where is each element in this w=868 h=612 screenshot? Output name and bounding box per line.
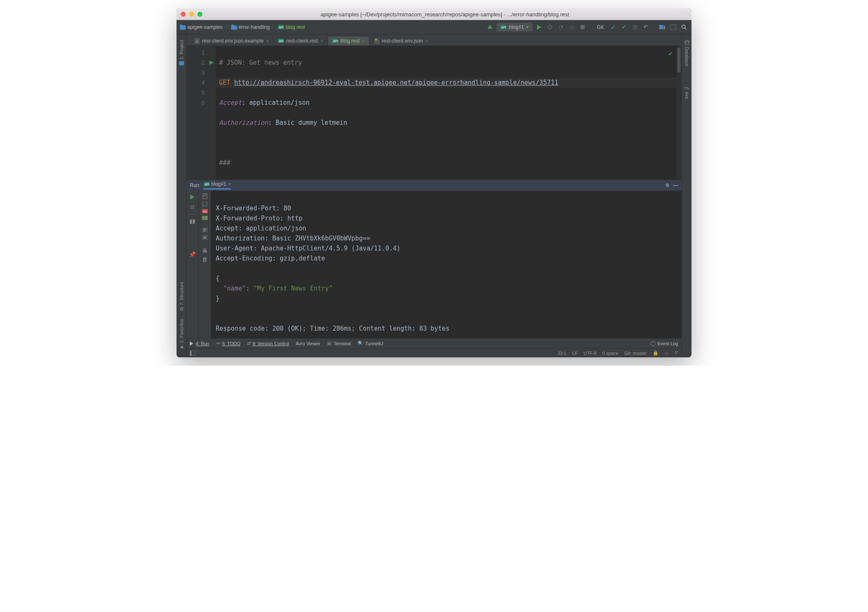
search-icon[interactable] [680, 23, 688, 31]
run-config-selector[interactable]: API blog#1 ▾ [497, 23, 532, 31]
git-history-icon[interactable]: ◷ [631, 23, 639, 31]
editor-tab-label: blog.rest [341, 38, 360, 44]
tool-ant-tab[interactable]: 🐜 Ant [683, 81, 690, 103]
run-button[interactable] [535, 23, 543, 31]
git-update-icon[interactable]: ↙ [609, 23, 617, 31]
svg-point-16 [682, 25, 685, 28]
tool-avro-tab[interactable]: Avro Viewer [295, 341, 320, 346]
svg-rect-1 [180, 25, 182, 26]
tool-database-tab[interactable]: Database [684, 36, 690, 71]
tool-window-toggle-icon[interactable] [190, 351, 196, 356]
soft-wrap-button[interactable] [202, 228, 208, 233]
editor-tab[interactable]: {} rest-client.env.json.example × [190, 36, 273, 46]
tool-favorites-tab[interactable]: ★ 2: Favorites [178, 315, 185, 354]
api-file-icon: API [278, 25, 284, 29]
svg-text:API: API [279, 26, 284, 29]
api-file-icon: API [500, 25, 506, 29]
scroll-to-end-button[interactable] [202, 193, 208, 199]
stop-dim-button[interactable] [189, 203, 196, 211]
api-file-icon: API [204, 182, 209, 186]
header-value: : application/json [242, 99, 310, 106]
output-line: X-Forwarded-Port: 80 [216, 205, 291, 212]
file-encoding[interactable]: UTF-8 [583, 351, 596, 356]
folder-icon [180, 25, 186, 30]
run-output[interactable]: X-Forwarded-Port: 80 X-Forwarded-Proto: … [211, 191, 681, 338]
breadcrumb-root[interactable]: apigee-samples [187, 24, 223, 30]
window-controls [181, 12, 202, 17]
git-revert-icon[interactable]: ↶ [641, 23, 650, 31]
editor-tab[interactable]: API rest-client.rest × [273, 36, 328, 46]
folder-icon [231, 25, 237, 30]
line-gutter: 1 2 3 4 5 6 [187, 46, 207, 180]
git-commit-icon[interactable]: ✔ [620, 23, 628, 31]
lock-icon[interactable]: 🔒 [653, 350, 659, 356]
print-button[interactable]: 🖶 [202, 248, 207, 254]
clear-button[interactable]: 🗑 [202, 256, 207, 263]
minimize-window-button[interactable] [189, 12, 194, 17]
git-branch[interactable]: Git: master [624, 351, 647, 356]
request-separator: ### [219, 159, 230, 167]
ide-errors-icon[interactable]: ⁉ [675, 350, 678, 356]
breadcrumb: apigee-samples 〉 error-handling 〉 API bl… [180, 23, 305, 30]
cursor-position[interactable]: 23:1 [558, 351, 566, 356]
output-line: User-Agent: Apache-HttpClient/4.5.9 (Jav… [216, 245, 401, 252]
event-log-label: Event Log [657, 341, 678, 346]
tool-todo-tab[interactable]: ≔ 6: TODO [216, 341, 240, 346]
debug-button[interactable] [546, 23, 554, 31]
inspector-icon[interactable]: ☺ [664, 351, 669, 356]
close-tab-icon[interactable]: × [426, 38, 428, 43]
breadcrumb-folder[interactable]: error-handling [239, 24, 270, 30]
scrollbar-thumb[interactable] [677, 48, 681, 73]
editor-tab-active[interactable]: API blog.rest × [328, 36, 369, 46]
editor-scrollbar[interactable] [676, 46, 681, 180]
run-config-label: blog#1 [509, 24, 524, 30]
editor-tab[interactable]: rest-client.env.json × [370, 36, 433, 46]
svg-point-46 [685, 40, 689, 42]
export-button[interactable] [202, 216, 208, 220]
stop-button[interactable] [578, 23, 587, 31]
compare-button[interactable]: <> [202, 209, 208, 213]
breadcrumb-file[interactable]: blog.rest [285, 24, 305, 30]
zoom-window-button[interactable] [197, 12, 202, 17]
svg-point-36 [205, 204, 207, 207]
rerun-button[interactable] [189, 193, 196, 201]
run-title-label: Run: [190, 182, 200, 188]
profile-button[interactable]: ◷ [568, 23, 576, 31]
svg-text:API: API [333, 40, 338, 43]
coverage-button[interactable]: ◔ [557, 23, 565, 31]
editor-tab-label: rest-client.rest [286, 38, 318, 44]
close-tab-icon[interactable]: × [320, 38, 323, 43]
tool-vcs-tab[interactable]: ⇄ 9: Version Control [247, 341, 289, 346]
close-tab-icon[interactable]: × [362, 38, 365, 43]
tool-vcs-label: 9: Version Control [252, 341, 289, 346]
tool-project-tab[interactable]: 1: Project [178, 36, 185, 70]
tool-tunnel-tab[interactable]: 🔍 TunnelliJ [358, 341, 384, 346]
line-number: 1 [187, 48, 205, 58]
editor-area[interactable]: 1 2 3 4 5 6 # JSON: Get news entry GET h… [187, 46, 681, 180]
tool-run-tab[interactable]: 4: Run [190, 341, 209, 346]
layout-button[interactable] [189, 218, 196, 225]
indent-info[interactable]: 0 space [602, 351, 618, 356]
line-separator[interactable]: LF [572, 351, 578, 356]
chevron-down-icon: ▾ [526, 24, 529, 30]
code-content[interactable]: # JSON: Get news entry GET http://andrea… [216, 46, 676, 180]
gutter-run-button[interactable] [207, 58, 216, 68]
tool-terminal-tab[interactable]: > Terminal [327, 341, 351, 346]
ide-settings-icon[interactable] [669, 23, 677, 31]
pin-button[interactable]: 📌 [189, 250, 196, 258]
tool-project-label: 1: Project [179, 40, 184, 59]
json-brace: { [216, 275, 220, 282]
close-tab-icon[interactable]: × [266, 38, 269, 43]
open-request-button[interactable] [202, 202, 208, 207]
tool-structure-tab[interactable]: ⧉ 7: Structure [178, 278, 185, 315]
event-log-tab[interactable]: ◯ Event Log [651, 341, 678, 346]
project-structure-icon[interactable] [658, 23, 666, 31]
svg-rect-13 [659, 25, 663, 29]
close-window-button[interactable] [181, 12, 186, 17]
svg-text:>: > [328, 342, 330, 346]
http-method: GET [219, 79, 230, 86]
scroll-to-source-button[interactable] [202, 235, 208, 240]
right-tool-stripe: Database 🐜 Ant [681, 34, 691, 357]
build-icon[interactable] [486, 23, 494, 31]
svg-text:{}: {} [196, 40, 198, 43]
